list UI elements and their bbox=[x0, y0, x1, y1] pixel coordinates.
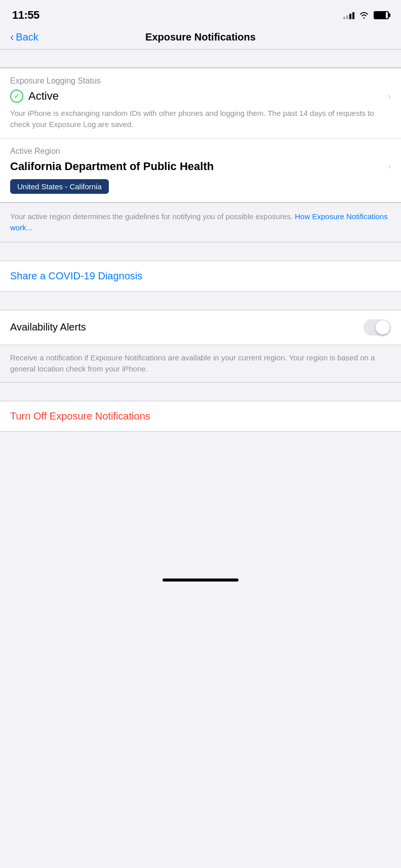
back-chevron-icon: ‹ bbox=[10, 32, 14, 43]
turn-off-section[interactable]: Turn Off Exposure Notifications bbox=[0, 401, 401, 432]
home-indicator bbox=[163, 578, 238, 582]
status-description: Your iPhone is exchanging random IDs wit… bbox=[10, 108, 391, 130]
toggle-knob bbox=[376, 320, 390, 335]
status-icons bbox=[343, 11, 389, 19]
region-name: California Department of Public Health bbox=[10, 160, 388, 173]
share-diagnosis-section[interactable]: Share a COVID-19 Diagnosis bbox=[0, 261, 401, 292]
region-section: Active Region California Department of P… bbox=[0, 139, 401, 202]
share-diagnosis-link[interactable]: Share a COVID-19 Diagnosis bbox=[10, 270, 142, 281]
status-active-text: Active bbox=[28, 90, 59, 103]
nav-title: Exposure Notifications bbox=[145, 31, 256, 43]
alerts-description: Receive a notification if Exposure Notif… bbox=[0, 345, 401, 383]
chevron-right-icon: › bbox=[388, 91, 391, 102]
status-row[interactable]: ✓ Active › bbox=[10, 90, 391, 103]
signal-icon bbox=[343, 11, 354, 19]
availability-alerts-toggle[interactable] bbox=[364, 319, 391, 336]
mid-gap-2 bbox=[0, 292, 401, 310]
alerts-desc-text: Receive a notification if Exposure Notif… bbox=[10, 353, 375, 374]
top-gap bbox=[0, 50, 401, 68]
region-row[interactable]: California Department of Public Health › bbox=[10, 160, 391, 173]
info-text: Your active region determines the guidel… bbox=[10, 212, 388, 232]
status-active: ✓ Active bbox=[10, 90, 59, 103]
availability-alerts-label: Availability Alerts bbox=[10, 321, 86, 333]
status-time: 11:55 bbox=[12, 9, 39, 22]
info-box: Your active region determines the guidel… bbox=[0, 202, 401, 242]
bottom-area bbox=[0, 432, 401, 594]
region-badge: United States - California bbox=[10, 179, 391, 194]
nav-bar: ‹ Back Exposure Notifications bbox=[0, 27, 401, 50]
region-chevron-icon: › bbox=[388, 161, 391, 172]
wifi-icon bbox=[358, 11, 370, 19]
battery-icon bbox=[374, 11, 389, 19]
info-static-text: Your active region determines the guidel… bbox=[10, 212, 295, 221]
logging-status-section: Exposure Logging Status ✓ Active › Your … bbox=[0, 68, 401, 138]
region-badge-text: United States - California bbox=[10, 179, 109, 194]
back-button[interactable]: ‹ Back bbox=[10, 31, 38, 43]
mid-gap bbox=[0, 242, 401, 261]
back-label: Back bbox=[16, 31, 38, 43]
region-section-label: Active Region bbox=[10, 147, 391, 156]
availability-alerts-section: Availability Alerts bbox=[0, 310, 401, 345]
status-bar: 11:55 bbox=[0, 0, 401, 27]
check-circle-icon: ✓ bbox=[10, 90, 23, 103]
turn-off-link[interactable]: Turn Off Exposure Notifications bbox=[10, 410, 150, 422]
logging-status-label: Exposure Logging Status bbox=[10, 76, 391, 86]
mid-gap-3 bbox=[0, 383, 401, 401]
